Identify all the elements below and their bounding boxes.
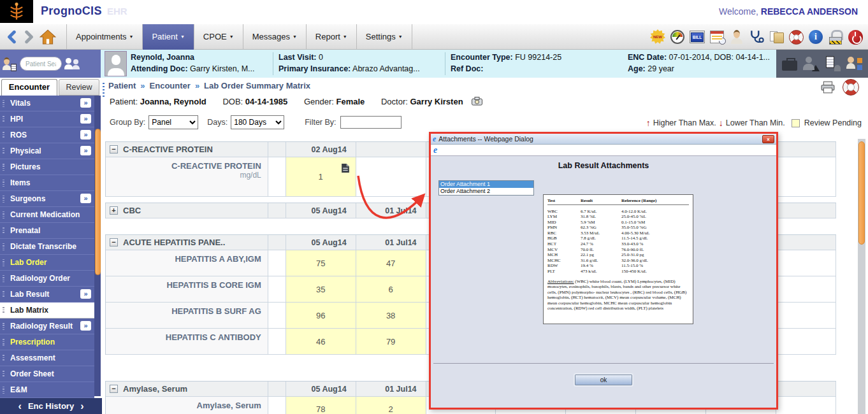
tab-encounter[interactable]: Encounter — [1, 79, 57, 96]
dialog-title-bar[interactable]: e Attachments -- Webpage Dialog x — [431, 134, 776, 145]
expand-arrow-icon[interactable]: » — [80, 130, 91, 139]
sidebar-item-items[interactable]: Items — [0, 175, 94, 191]
dialog-title: Attachments -- Webpage Dialog — [438, 135, 762, 143]
forward-arrow-icon[interactable] — [22, 30, 36, 44]
ok-button[interactable]: ok — [575, 375, 632, 385]
result-cell[interactable]: 2 — [356, 397, 426, 414]
person-alert-icon[interactable] — [803, 56, 820, 71]
person-workflow-icon[interactable] — [846, 56, 863, 71]
result-cell[interactable]: 47 — [356, 250, 426, 276]
menu-patient[interactable]: Patient▼ — [143, 24, 194, 50]
enc-history-bar[interactable]: ‹ Enc History › — [0, 398, 102, 414]
briefcase-icon[interactable] — [781, 56, 798, 71]
attachment-list[interactable]: Order Attachment 1 Order Attachment 2 — [438, 180, 534, 196]
collapse-toggle-icon[interactable]: − — [110, 385, 118, 393]
next-arrow-icon[interactable]: › — [80, 401, 83, 412]
expand-arrow-icon[interactable]: » — [80, 98, 91, 108]
sidebar-scrollbar[interactable] — [94, 96, 101, 396]
sidebar-item-radiology-result[interactable]: Radiology Result» — [0, 318, 94, 334]
dashboard-gauge-icon[interactable] — [670, 30, 684, 44]
lock-session-icon[interactable] — [829, 30, 842, 45]
result-cell[interactable]: 35 — [286, 276, 356, 303]
expand-arrow-icon[interactable]: » — [80, 114, 91, 124]
sidebar-item-order-sheet[interactable]: Order Sheet — [0, 366, 94, 382]
sidebar-item-prenatal[interactable]: Prenatal — [0, 223, 94, 239]
drag-handle-icon — [3, 243, 4, 250]
sidebar-item-lab-matrix[interactable]: Lab Matrix — [0, 303, 94, 318]
drag-handle-icon — [3, 387, 4, 394]
vertical-scrollbar-thumb[interactable] — [858, 141, 865, 245]
sidebar-item-vitals[interactable]: Vitals» — [0, 96, 94, 111]
drag-handle-icon — [3, 339, 4, 346]
filter-input[interactable] — [340, 116, 401, 129]
sidebar-item-lab-order[interactable]: Lab Order — [0, 255, 94, 271]
sidebar-item-surgeons[interactable]: Surgeons» — [0, 191, 94, 207]
patient-search-input[interactable] — [20, 57, 62, 71]
attachment-item-2[interactable]: Order Attachment 2 — [439, 188, 533, 195]
result-cell[interactable]: 38 — [356, 303, 426, 329]
documents-folder-icon[interactable] — [769, 31, 784, 43]
support-lifebuoy-icon[interactable] — [789, 30, 804, 45]
collapse-toggle-icon[interactable]: − — [110, 238, 118, 246]
days-select[interactable]: 180 Days — [231, 115, 284, 129]
close-icon[interactable]: x — [762, 135, 774, 143]
stethoscope-icon[interactable] — [749, 29, 764, 45]
expand-arrow-icon[interactable]: » — [80, 194, 91, 203]
sidebar-item-radiology-order[interactable]: Radiology Order — [0, 271, 94, 287]
sidebar-item-em[interactable]: E&M — [0, 382, 94, 398]
result-cell[interactable]: 46 — [286, 329, 356, 355]
expand-arrow-icon[interactable]: » — [80, 321, 91, 331]
result-cell[interactable]: 96 — [286, 303, 356, 329]
vertical-scrollbar[interactable] — [858, 139, 865, 414]
expand-arrow-icon[interactable]: » — [80, 146, 91, 155]
tab-review[interactable]: Review — [59, 79, 99, 96]
browser-icon: e — [433, 145, 437, 155]
breadcrumb-patient[interactable]: Patient — [108, 81, 136, 90]
sidebar-item-physical[interactable]: Physical» — [0, 143, 94, 159]
expand-arrow-icon[interactable]: » — [80, 289, 91, 299]
menu-settings[interactable]: Settings▼ — [357, 24, 412, 50]
patient-record-icon[interactable] — [3, 56, 17, 71]
patient-person-icon[interactable] — [730, 30, 743, 44]
prev-arrow-icon[interactable]: ‹ — [18, 401, 22, 412]
result-cell[interactable]: 1 — [286, 157, 356, 197]
print-icon[interactable] — [821, 81, 835, 94]
sidebar-item-hpi[interactable]: HPI» — [0, 111, 94, 127]
collapse-toggle-icon[interactable]: − — [110, 145, 118, 153]
group-by-select[interactable]: Panel — [148, 115, 198, 129]
breadcrumb-encounter[interactable]: Encounter — [150, 81, 191, 90]
patient-age: 29 year — [647, 64, 674, 73]
menu-appointments[interactable]: Appointments▼ — [66, 24, 143, 50]
result-cell[interactable]: 75 — [286, 250, 356, 276]
logout-power-icon[interactable] — [848, 30, 863, 45]
sidebar-item-pictures[interactable]: Pictures — [0, 159, 94, 175]
new-badge-icon[interactable]: NEW — [650, 29, 665, 45]
menu-messages[interactable]: Messages▼ — [243, 24, 307, 50]
attachment-item-1[interactable]: Order Attachment 1 — [439, 181, 533, 188]
sidebar-item-lab-result[interactable]: Lab Result» — [0, 287, 94, 303]
menu-report[interactable]: Report▼ — [307, 24, 357, 50]
billing-icon[interactable]: BILL — [690, 31, 705, 43]
sidebar-item-dictate-transcribe[interactable]: Dictate Transcribe — [0, 239, 94, 255]
sidebar-item-ros[interactable]: ROS» — [0, 127, 94, 143]
sidebar-item-prescription[interactable]: Prescription — [0, 334, 94, 350]
patient-list-icon[interactable] — [65, 56, 79, 71]
help-lifebuoy-icon[interactable] — [843, 79, 859, 96]
home-icon[interactable] — [40, 29, 56, 45]
result-cell[interactable]: 6 — [356, 276, 426, 303]
panel-grip-icon[interactable] — [103, 83, 105, 97]
info-icon[interactable]: i — [809, 30, 823, 44]
expand-toggle-icon[interactable]: + — [110, 206, 118, 215]
sidebar-item-assessment[interactable]: Assessment — [0, 350, 94, 366]
document-person-icon[interactable] — [825, 56, 841, 71]
camera-icon[interactable] — [472, 97, 482, 106]
schedule-calendar-icon[interactable] — [710, 31, 724, 43]
result-cell[interactable]: 79 — [356, 329, 426, 355]
sidebar-scrollbar-thumb[interactable] — [95, 129, 101, 275]
back-arrow-icon[interactable] — [5, 30, 19, 44]
drag-handle-icon — [3, 211, 4, 218]
sidebar-item-current-medication[interactable]: Current Medication — [0, 207, 94, 223]
attachment-document-icon[interactable] — [341, 163, 350, 173]
result-cell[interactable]: 78 — [286, 397, 356, 414]
menu-cpoe[interactable]: CPOE▼ — [194, 24, 243, 50]
